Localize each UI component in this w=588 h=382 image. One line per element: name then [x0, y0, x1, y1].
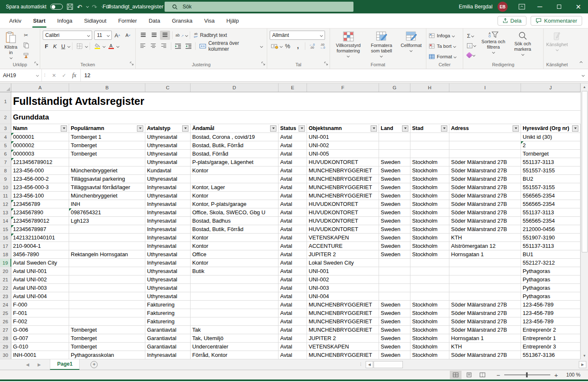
cell-B16[interactable] — [69, 234, 145, 242]
row-header-15[interactable]: 15 — [0, 225, 11, 233]
row-header-27[interactable]: 27 — [0, 326, 11, 334]
cell-G10[interactable]: Sweden — [379, 183, 410, 191]
row-header-2[interactable]: 2 — [0, 111, 11, 124]
cell-D22[interactable] — [191, 284, 279, 292]
cell-E13[interactable]: Avtal — [279, 208, 307, 216]
cell-J28[interactable]: Entreprenör 1 — [521, 334, 580, 342]
cell-G28[interactable]: Sweden — [379, 334, 410, 342]
row-header-1[interactable]: 1 — [0, 92, 11, 110]
accounting-format-button[interactable] — [270, 42, 279, 51]
cell-D10[interactable]: Kontor, Lager — [191, 183, 279, 191]
row-header-21[interactable]: 21 — [0, 275, 11, 283]
cell-F13[interactable]: HUVUDKONTORET — [307, 208, 379, 216]
italic-button[interactable]: K — [51, 42, 59, 51]
cell-D9[interactable] — [191, 175, 279, 183]
underline-dropdown-icon[interactable] — [67, 44, 70, 47]
cell-G5[interactable] — [379, 141, 410, 149]
sheet-next-icon[interactable]: ▶ — [38, 362, 41, 367]
cell-H16[interactable]: Stockholm — [410, 234, 449, 242]
sort-filter-button[interactable]: AÖ Sortera och filtrera — [479, 31, 508, 61]
cell-B30[interactable]: Pythagorasskolan — [69, 351, 145, 359]
cell-B29[interactable]: Tornberget — [69, 343, 145, 351]
cell-B20[interactable] — [69, 267, 145, 275]
cell-H26[interactable]: Stockholm — [410, 317, 449, 325]
orientation-dropdown-icon[interactable] — [185, 34, 188, 36]
cell-I21[interactable] — [449, 275, 521, 283]
cell-J27[interactable]: Entreprenör 2 — [521, 326, 580, 334]
cell-F18[interactable]: JUPITER 2 — [307, 250, 379, 258]
zoom-slider-thumb[interactable] — [526, 372, 528, 377]
cell-F4[interactable]: UNI-001 — [307, 133, 379, 141]
cell-B19[interactable] — [69, 259, 145, 267]
row-header-14[interactable]: 14 — [0, 217, 11, 225]
filter-button-I[interactable] — [513, 125, 519, 132]
cell-J26[interactable]: 123-456-789 — [521, 317, 580, 325]
comma-button[interactable]: , — [293, 42, 303, 51]
vertical-scrollbar[interactable]: ▲ ▼ — [580, 83, 588, 359]
cell-J4[interactable]: Unikt id (30) — [521, 133, 580, 141]
cell-I11[interactable]: Söder Mälarstrand 27B — [449, 192, 521, 200]
cell-H5[interactable] — [410, 141, 449, 149]
cell-J18[interactable]: BU1 — [521, 250, 580, 258]
cell-H6[interactable] — [410, 150, 449, 158]
cell-J23[interactable]: Pythagoras — [521, 292, 580, 300]
cell-H24[interactable]: Stockholm — [410, 301, 449, 309]
cell-G14[interactable]: Sweden — [379, 217, 410, 225]
cell-G16[interactable]: Sweden — [379, 234, 410, 242]
cell-I29[interactable]: KTH — [449, 343, 521, 351]
filter-button-A[interactable] — [61, 125, 67, 132]
cell-B21[interactable] — [69, 275, 145, 283]
cell-J25[interactable]: 123-456-789 — [521, 309, 580, 317]
cell-J29[interactable]: Entreprenör 3 — [521, 343, 580, 351]
cell-G24[interactable]: Sweden — [379, 301, 410, 309]
cell-G27[interactable]: Sweden — [379, 326, 410, 334]
enter-button[interactable]: ✓ — [62, 73, 66, 78]
cell-B27[interactable]: Tornberget — [69, 326, 145, 334]
cell-A21[interactable]: Avtal UNI-002 — [11, 275, 69, 283]
cell-styles-button[interactable]: Cellformat — [399, 31, 423, 61]
cell-A13[interactable]: 1234567890 — [11, 208, 69, 216]
cell-B11[interactable]: Münchenbryggeriet — [69, 192, 145, 200]
filter-button-J[interactable] — [572, 125, 578, 132]
cell-B26[interactable] — [69, 317, 145, 325]
cell-I28[interactable]: Hornsgatan 1 — [449, 334, 521, 342]
align-left-button[interactable] — [138, 42, 148, 51]
undo-button[interactable]: ↶ — [77, 4, 83, 10]
cell-H28[interactable]: Stockholm — [410, 334, 449, 342]
cell-F15[interactable]: HUVUDKONTORET — [307, 225, 379, 233]
redo-button[interactable]: ↷ — [92, 4, 97, 10]
tab-hjälp[interactable]: Hjälp — [221, 13, 245, 28]
cell-G17[interactable]: Sweden — [379, 242, 410, 250]
cell-B22[interactable] — [69, 284, 145, 292]
find-select-button[interactable]: Sök och markera — [510, 31, 536, 61]
cell-F26[interactable]: MUNCHENBRYGGERIET — [307, 317, 379, 325]
tab-sidlayout[interactable]: Sidlayout — [78, 13, 112, 28]
cell-C10[interactable]: Inhyresavtal — [145, 183, 191, 191]
cell-D23[interactable] — [191, 292, 279, 300]
cell-D13[interactable]: Office, Skola, SWECO, Gbg U — [191, 208, 279, 216]
column-header-G[interactable]: G — [379, 83, 410, 92]
cell-E25[interactable]: Avtal — [279, 309, 307, 317]
header-cell-H3[interactable]: Stad — [410, 124, 449, 133]
cell-B4[interactable]: Tornberget 1 — [69, 133, 145, 141]
font-name-select[interactable]: Calibri — [43, 31, 92, 40]
underline-button[interactable]: U — [59, 42, 67, 51]
row-header-24[interactable]: 24 — [0, 301, 11, 309]
cell-H14[interactable]: Stockholm — [410, 217, 449, 225]
tab-formler[interactable]: Formler — [112, 13, 143, 28]
cell-C5[interactable]: Uthyresavtal — [145, 141, 191, 149]
cell-E30[interactable]: Avtal — [279, 351, 307, 359]
dialog-launcher-icon[interactable] — [324, 60, 328, 68]
cell-I8[interactable]: Söder Mälarstrand 27B — [449, 166, 521, 174]
filter-button-C[interactable] — [182, 125, 188, 132]
share-button[interactable]: Dela — [498, 16, 527, 26]
cell-F21[interactable]: UNI-002 — [307, 275, 379, 283]
cell-A8[interactable]: 123-456-000 — [11, 166, 69, 174]
cell-A4[interactable]: 0000001 — [11, 133, 69, 141]
row-header-26[interactable]: 26 — [0, 317, 11, 325]
cell-J15[interactable]: 212000-0456 — [521, 225, 580, 233]
cell-F19[interactable]: Lokal Sweden City — [307, 259, 379, 267]
cell-A19[interactable]: Avtal Sweden City — [11, 259, 69, 267]
bold-button[interactable]: F — [43, 42, 50, 51]
copy-button[interactable] — [21, 41, 31, 50]
